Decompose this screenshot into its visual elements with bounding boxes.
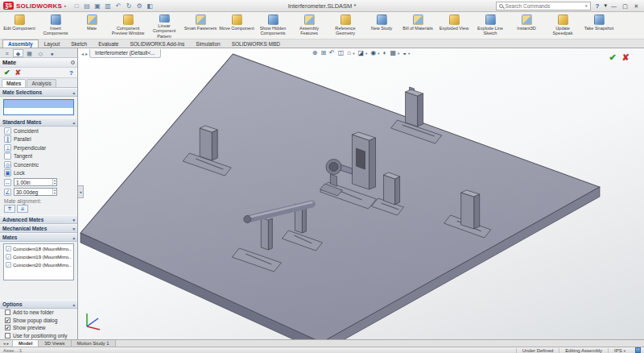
assembly-features-button[interactable]: Assembly Features [291, 13, 327, 39]
help-button[interactable]: ? [593, 2, 602, 10]
displaymanager-icon[interactable]: ● [47, 49, 57, 57]
open-icon[interactable]: ▤ [83, 2, 92, 10]
cancel-button[interactable]: ✘ [15, 69, 22, 77]
help-caret-icon[interactable]: ▾ [604, 2, 607, 9]
option-show-popup-dialog[interactable]: ✔Show popup dialog [0, 317, 77, 325]
mate-button[interactable]: Mate [74, 13, 109, 39]
list-item[interactable]: ∕Coincident18 (MountMirro... [6, 245, 72, 252]
view-settings-icon[interactable]: ◒ [402, 48, 407, 58]
reference-geometry-button[interactable]: Reference Geometry [328, 13, 363, 39]
option-add-to-new-folder[interactable]: Add to new folder [0, 309, 77, 317]
checkbox[interactable] [5, 309, 10, 315]
move-component-button[interactable]: Move Component [219, 13, 254, 39]
dropdown-caret-icon[interactable]: ▾ [378, 52, 379, 56]
selected-entity-row[interactable] [4, 100, 73, 108]
units-selector[interactable]: IPS▾ [608, 348, 631, 353]
distance-input[interactable]: 1.00in ▴▾ [14, 178, 57, 186]
tab-motion-study-1[interactable]: Motion Study 1 [72, 340, 116, 347]
update-speedpak-button[interactable]: Update Speedpak [545, 13, 580, 39]
option-use-for-positioning-only[interactable]: Use for positioning only [0, 332, 77, 340]
apply-scene-icon[interactable]: ▦ [390, 48, 396, 58]
save-icon[interactable]: ▣ [93, 2, 102, 10]
insert-components-button[interactable]: Insert Components [38, 13, 73, 39]
confirm-cancel-button[interactable]: ✘ [622, 52, 630, 63]
document-tab[interactable]: Interferometer (Default<... [89, 49, 161, 58]
list-item[interactable]: ∕Coincident20 (MountMirro... [6, 261, 72, 268]
ok-button[interactable]: ✔ [4, 69, 10, 77]
undo-icon[interactable]: ↶ [114, 2, 123, 10]
dropdown-caret-icon[interactable]: ▾ [365, 52, 367, 56]
menu-expand-icon[interactable]: ▸ [64, 3, 67, 8]
exploded-view-button[interactable]: Exploded View [436, 13, 472, 39]
tab-forward-icon[interactable]: ▸ [85, 51, 88, 56]
anti-aligned-button[interactable]: ⇊ [17, 205, 28, 213]
advanced-mates-header[interactable]: Advanced Mates ▾ [0, 215, 77, 224]
mate-type-parallel[interactable]: ∥Parallel [0, 135, 77, 144]
distance-icon[interactable]: ↔ [4, 179, 11, 186]
display-style-icon[interactable]: ◪ [357, 48, 364, 58]
checkbox[interactable]: ✔ [5, 318, 10, 323]
close-button[interactable]: ✕ [632, 2, 641, 10]
hide-show-items-icon[interactable]: ◉ [370, 48, 376, 58]
minimize-button[interactable]: — [609, 2, 618, 10]
mechanical-mates-header[interactable]: Mechanical Mates ▾ [0, 224, 77, 233]
take-snapshot-button[interactable]: Take Snapshot [581, 13, 617, 39]
zoom-fit-icon[interactable]: ⊕ [312, 48, 318, 58]
tab-evaluate[interactable]: Evaluate [93, 39, 124, 48]
tab-model[interactable]: Model [13, 340, 39, 347]
featuremanager-tree-icon[interactable]: ≡ [2, 49, 12, 57]
distance-spinner[interactable]: ▴▾ [52, 179, 56, 185]
linear-component-pattern-button[interactable]: Linear Component Pattern [147, 13, 182, 39]
search-caret-icon[interactable]: ▾ [585, 3, 588, 8]
edit-component-button[interactable]: Edit Component [2, 13, 37, 39]
new-study-button[interactable]: New Study [364, 13, 399, 39]
mates-list-header[interactable]: Mates ▴ [0, 233, 77, 242]
tab-scroll-buttons[interactable]: ◂▸ [0, 340, 13, 347]
tab-solidworks-mbd[interactable]: SOLIDWORKS MBD [226, 39, 286, 48]
previous-view-icon[interactable]: ↶ [329, 48, 335, 58]
angle-input[interactable]: 30.00deg ▴▾ [14, 188, 57, 196]
zoom-area-icon[interactable]: ⊞ [320, 48, 326, 58]
angle-spinner[interactable]: ▴▾ [52, 189, 56, 195]
new-icon[interactable]: □ [72, 2, 81, 10]
keep-visible-pin-icon[interactable] [71, 60, 75, 64]
mate-type-tangent[interactable]: ⌒Tangent [0, 152, 77, 161]
smart-fasteners-button[interactable]: Smart Fasteners [183, 13, 218, 39]
dimxpertmanager-icon[interactable]: ◇ [35, 49, 46, 57]
standard-mates-header[interactable]: Standard Mates ▴ [0, 118, 77, 127]
options-gear-icon[interactable]: ⚙ [135, 2, 144, 10]
tab-assembly[interactable]: Assembly [2, 39, 39, 48]
task-pane-icon[interactable] [635, 347, 641, 353]
mate-type-coincident[interactable]: ∕Coincident [0, 127, 77, 135]
dropdown-caret-icon[interactable]: ▾ [353, 52, 354, 56]
mate-type-concentric[interactable]: ◎Concentric [0, 160, 77, 169]
checkbox[interactable] [5, 333, 10, 338]
edit-appearance-icon[interactable]: ◧ [146, 2, 155, 10]
mate-selections-box[interactable] [3, 99, 74, 115]
tab-simulation[interactable]: Simulation [190, 39, 225, 48]
explode-line-sketch-button[interactable]: Explode Line Sketch [473, 13, 508, 39]
panel-collapse-arrow[interactable]: ◂ [78, 185, 84, 198]
print-icon[interactable]: ▥ [104, 2, 113, 10]
assembly-3d-scene[interactable] [78, 48, 644, 339]
tab-analysis[interactable]: Analysis [27, 79, 56, 87]
list-item[interactable]: ∕Coincident19 (MountMirro... [6, 253, 72, 260]
view-orientation-icon[interactable]: ⌂ [347, 48, 351, 58]
tab-solidworks-add-ins[interactable]: SOLIDWORKS Add-Ins [124, 39, 190, 48]
show-hidden-components-button[interactable]: Show Hidden Components [255, 13, 291, 39]
section-view-icon[interactable]: ◫ [338, 48, 345, 58]
options-header[interactable]: Options ▴ [0, 300, 77, 309]
confirm-ok-button[interactable]: ✔ [609, 52, 617, 63]
search-input[interactable] [506, 3, 583, 9]
mate-selections-header[interactable]: Mate Selections ▴ [0, 88, 77, 97]
tab-3d-views[interactable]: 3D Views [39, 340, 71, 347]
dropdown-caret-icon[interactable]: ▾ [398, 52, 399, 56]
checkbox[interactable]: ✔ [5, 325, 10, 330]
aligned-button[interactable]: ⇈ [4, 205, 15, 213]
tab-mates[interactable]: Mates [2, 79, 26, 87]
dropdown-caret-icon[interactable]: ▾ [408, 52, 410, 56]
search-commands-box[interactable]: ▾ [496, 2, 591, 10]
angle-icon[interactable]: ∠ [4, 189, 11, 196]
tab-layout[interactable]: Layout [39, 39, 66, 48]
propertymanager-icon[interactable]: ◆ [13, 49, 23, 57]
